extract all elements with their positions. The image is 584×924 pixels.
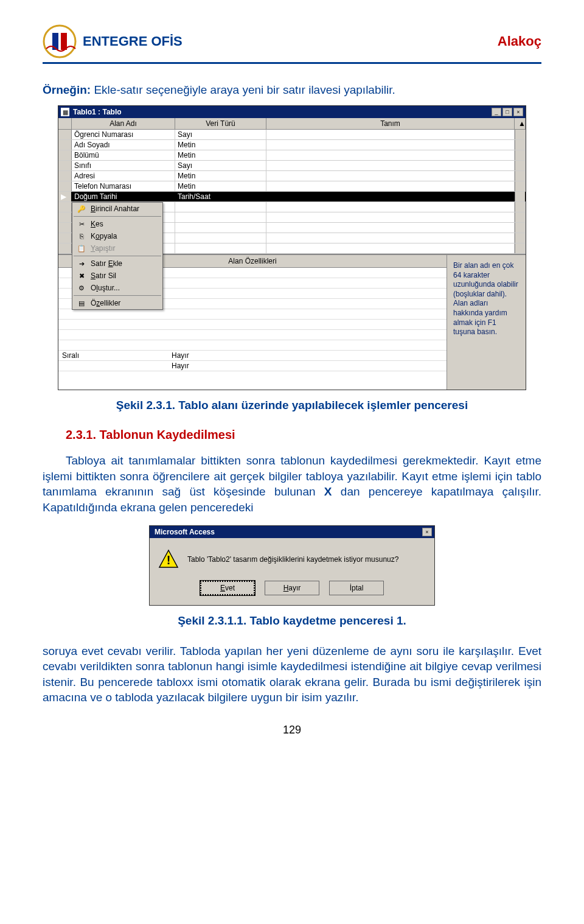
- table-row[interactable]: Telefon NumarasıMetin: [58, 181, 526, 192]
- dialog-title: Microsoft Access: [152, 528, 422, 536]
- property-value[interactable]: Hayır: [168, 361, 447, 371]
- window-icon: ▦: [61, 108, 69, 116]
- maximize-button[interactable]: □: [502, 108, 512, 116]
- cell-description[interactable]: [266, 192, 515, 201]
- dialog-close-button[interactable]: ×: [422, 528, 432, 536]
- author-name: Alakoç: [498, 33, 541, 49]
- menu-item-kopyala[interactable]: ⎘Kopyala: [72, 230, 162, 242]
- menu-item-olu-tur-[interactable]: ⚙Oluştur...: [72, 282, 162, 294]
- col-data-type[interactable]: Veri Türü: [175, 118, 266, 129]
- row-selector[interactable]: [58, 150, 72, 160]
- field-hint-text: Bir alan adı en çok 64 karakter uzunluğu…: [453, 261, 520, 337]
- table-row[interactable]: AdresiMetin: [58, 171, 526, 181]
- figure-caption-1: Şekil 2.3.1. Tablo alanı üzerinde yapıla…: [43, 399, 541, 412]
- cell-description[interactable]: [266, 161, 515, 170]
- scroll-up-button[interactable]: ▲: [515, 118, 526, 129]
- menu-item-yap-t-r: 📋Yapıştır: [72, 242, 162, 254]
- cell-field-name[interactable]: Telefon Numarası: [72, 181, 175, 191]
- window-title: Tablo1 : Tablo: [73, 108, 492, 116]
- table-row[interactable]: BölümüMetin: [58, 150, 526, 161]
- dialog-titlebar[interactable]: Microsoft Access ×: [150, 526, 434, 538]
- cell-field-name[interactable]: Ögrenci Numarası: [72, 130, 175, 139]
- cell-field-name[interactable]: Doğum Tarihi: [72, 192, 175, 201]
- cell-data-type[interactable]: Tarih/Saat: [175, 192, 266, 201]
- intro-text: Ekle-satır seçeneğiyle araya yeni bir sa…: [91, 83, 395, 96]
- property-label: Sıralı: [58, 351, 168, 360]
- cell-field-name[interactable]: Adı Soyadı: [72, 140, 175, 150]
- menu-item-sat-r-ekle[interactable]: ➔Satır Ekle: [72, 257, 162, 270]
- cell-field-name[interactable]: Bölümü: [72, 150, 175, 160]
- cell-data-type[interactable]: Metin: [175, 150, 266, 160]
- row-selector[interactable]: [58, 140, 72, 150]
- close-button[interactable]: ×: [513, 108, 523, 116]
- section-title: 2.3.1. Tablonun Kaydedilmesi: [43, 428, 541, 442]
- properties-icon: ▤: [76, 299, 87, 307]
- menu-item-birincil-anahtar[interactable]: 🔑Birincil Anahtar: [72, 203, 162, 215]
- cell-field-name[interactable]: Sınıfı: [72, 161, 175, 170]
- window-titlebar[interactable]: ▦ Tablo1 : Tablo _ □ ×: [58, 106, 526, 118]
- minimize-button[interactable]: _: [492, 108, 501, 116]
- menu-item-sat-r-sil[interactable]: ✖Satır Sil: [72, 270, 162, 282]
- context-menu: 🔑Birincil Anahtar✂Kes⎘Kopyala📋Yapıştır➔S…: [72, 202, 163, 310]
- cell-field-name[interactable]: Adresi: [72, 171, 175, 181]
- page-number: 129: [43, 724, 541, 737]
- cell-data-type[interactable]: Sayı: [175, 161, 266, 170]
- row-selector[interactable]: [58, 171, 72, 181]
- row-selector[interactable]: [58, 130, 72, 139]
- build-icon: ⚙: [76, 284, 87, 292]
- cell-description[interactable]: [266, 171, 515, 181]
- insert-row-icon: ➔: [76, 259, 87, 268]
- col-description[interactable]: Tanım: [266, 118, 515, 129]
- cell-description[interactable]: [266, 130, 515, 139]
- screenshot-table-designer: ▦ Tablo1 : Tablo _ □ × Alan Adı Veri Tür…: [58, 105, 526, 390]
- table-row[interactable]: Ögrenci NumarasıSayı: [58, 130, 526, 140]
- warning-icon: !: [158, 549, 179, 570]
- cell-description[interactable]: [266, 150, 515, 160]
- cancel-button[interactable]: İptal: [329, 581, 384, 595]
- property-label: [58, 361, 168, 371]
- menu-item--zellikler[interactable]: ▤Özellikler: [72, 297, 162, 309]
- paste-icon: 📋: [76, 244, 87, 253]
- grid-body: Ögrenci NumarasıSayıAdı SoyadıMetinBölüm…: [58, 130, 526, 254]
- row-selector[interactable]: [58, 181, 72, 191]
- copy-icon: ⎘: [76, 232, 87, 240]
- yes-button[interactable]: Evet: [200, 581, 255, 595]
- intro-bold: Örneğin:: [43, 83, 91, 96]
- no-button[interactable]: Hayır: [265, 581, 319, 595]
- dialog-message: Tablo 'Tablo2' tasarım değişikliklerini …: [187, 555, 398, 564]
- cell-data-type[interactable]: Metin: [175, 140, 266, 150]
- header-rule: [43, 62, 541, 64]
- grid-header: Alan Adı Veri Türü Tanım ▲: [58, 118, 526, 130]
- property-row[interactable]: SıralıHayır: [58, 351, 447, 361]
- delete-row-icon: ✖: [76, 271, 87, 280]
- cell-data-type[interactable]: Metin: [175, 181, 266, 191]
- figure-caption-2: Şekil 2.3.1.1. Tablo kaydetme penceresi …: [43, 614, 541, 628]
- svg-text:!: !: [167, 553, 171, 567]
- property-value[interactable]: Hayır: [168, 351, 447, 360]
- cut-icon: ✂: [76, 220, 87, 228]
- university-logo: [43, 24, 77, 58]
- key-icon: 🔑: [76, 205, 87, 213]
- svg-rect-2: [61, 33, 67, 50]
- cell-description[interactable]: [266, 181, 515, 191]
- property-row[interactable]: Hayır: [58, 361, 447, 371]
- page-header: ENTEGRE OFİS Alakoç: [43, 24, 541, 61]
- cell-data-type[interactable]: Sayı: [175, 130, 266, 139]
- paragraph-2: soruya evet cevabı verilir. Tabloda yapı…: [43, 643, 541, 706]
- cell-data-type[interactable]: Metin: [175, 171, 266, 181]
- row-selector[interactable]: ▶: [58, 192, 72, 201]
- row-selector[interactable]: [58, 161, 72, 170]
- col-field-name[interactable]: Alan Adı: [72, 118, 175, 129]
- intro-paragraph: Örneğin: Ekle-satır seçeneğiyle araya ye…: [43, 83, 541, 97]
- table-row[interactable]: SınıfıSayı: [58, 161, 526, 171]
- brand-title: ENTEGRE OFİS: [83, 33, 182, 49]
- svg-point-0: [44, 26, 75, 57]
- table-row[interactable]: ▶Doğum TarihiTarih/Saat: [58, 192, 526, 202]
- paragraph-1: Tabloya ait tanımlamalar bittikten sonra…: [43, 453, 541, 516]
- screenshot-save-dialog: Microsoft Access × ! Tablo 'Tablo2' tasa…: [149, 525, 435, 606]
- cell-description[interactable]: [266, 140, 515, 150]
- table-row[interactable]: Adı SoyadıMetin: [58, 140, 526, 150]
- menu-item-kes[interactable]: ✂Kes: [72, 218, 162, 230]
